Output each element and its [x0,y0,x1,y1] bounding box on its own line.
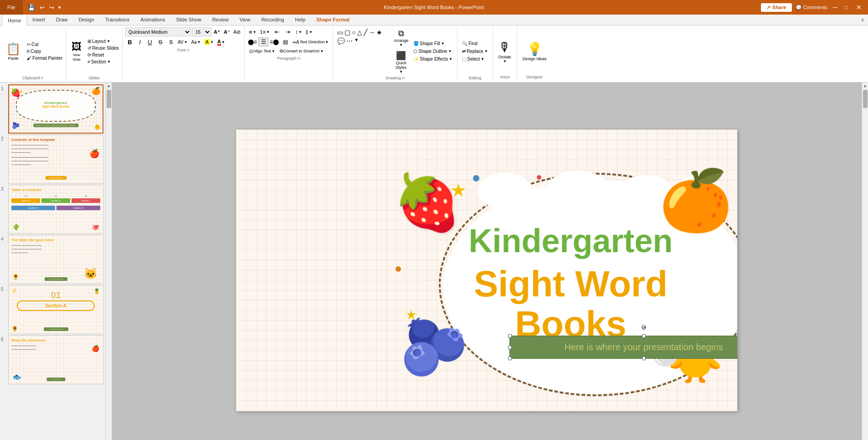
tab-transitions[interactable]: Transitions [100,15,135,25]
shapes-scroll-down-icon[interactable]: ▼ [354,37,359,45]
increase-font-size-button[interactable]: A⁺ [212,27,221,36]
file-tab[interactable]: File [0,0,23,15]
tab-draw[interactable]: Draw [51,15,73,25]
align-center-button[interactable]: ☰ [258,37,268,47]
paragraph-expand-icon[interactable]: ⊓ [298,57,300,61]
undo-icon[interactable]: ↩ [38,3,46,12]
line-spacing-button[interactable]: ↕ ▼ [294,28,303,36]
redo-icon[interactable]: ↪ [48,3,56,12]
design-ideas-button[interactable]: 💡 Design Ideas [521,28,549,75]
maximize-button[interactable]: □ [843,4,850,10]
decrease-indent-button[interactable]: ⇤ [272,27,282,36]
layout-button[interactable]: ⊞ Layout ▼ [86,38,120,44]
quick-styles-button[interactable]: ⬛ Quick Styles ▼ [391,49,411,75]
tab-view[interactable]: View [234,15,256,25]
clipboard-expand-icon[interactable]: ⊓ [41,76,43,80]
vertical-scroll-thumb[interactable] [107,90,111,108]
bullets-button[interactable]: ≡ ▼ [247,28,258,36]
tab-insert[interactable]: Insert [27,15,51,25]
reset-button[interactable]: ⟳ Reset [86,52,120,58]
shape-rounded-icon[interactable]: ▢ [344,28,351,36]
highlight-color-button[interactable]: A ▼ [203,38,215,46]
dictate-button[interactable]: 🎙 Dictate ▼ [497,28,513,75]
strikethrough-button[interactable]: S [155,37,165,47]
shadow-button[interactable]: S [166,37,175,47]
underline-button[interactable]: U [145,37,154,47]
select-button[interactable]: ⬚ Select ▼ [460,56,490,62]
replace-button[interactable]: ⇄ Replace ▼ [460,48,490,55]
increase-indent-button[interactable]: ⇥ [283,27,293,36]
shape-triangle-icon[interactable]: △ [357,28,363,36]
customize-qat-icon[interactable]: ▼ [57,5,62,10]
slide-thumbnail-4[interactable]: 4 The slide title goes here! ━━━━━━━━━━━… [1,235,103,284]
tab-animations[interactable]: Animations [135,15,170,25]
handle-bc[interactable] [642,357,646,360]
arrange-button[interactable]: ⧉ Arrange ▼ [391,27,411,48]
new-slide-button[interactable]: 🖼 NewSlide [68,40,85,62]
font-color-button[interactable]: A ▼ [216,38,226,47]
shapes-more-icon[interactable]: ⋯ [346,37,353,45]
minimize-button[interactable]: ─ [831,4,839,11]
bold-button[interactable]: B [125,37,134,47]
tab-design[interactable]: Design [73,15,100,25]
slide-thumbnail-6[interactable]: 6 Read the sentences 🐟 ━━━━━━━ 🍎 ━━━━━━━… [1,335,103,384]
section-button[interactable]: ≡ Section ▼ [86,59,120,65]
handle-bl[interactable] [508,357,512,360]
ribbon-collapse-btn[interactable]: ∧ [857,15,868,25]
comments-button[interactable]: 💬 Comments [796,5,827,10]
shape-star-icon[interactable]: ★ [376,28,383,36]
columns-button[interactable]: ⫿ ▼ [304,28,314,36]
close-button[interactable]: ✕ [853,4,864,11]
shape-arrow-icon[interactable]: → [368,28,375,36]
handle-ml[interactable] [508,346,512,349]
right-scroll-up-btn[interactable]: ▲ [863,83,867,88]
format-painter-button[interactable]: 🖌 Format Painter [26,55,64,61]
tab-recording[interactable]: Recording [256,15,289,25]
shape-callout-icon[interactable]: 💬 [337,37,345,45]
change-case-button[interactable]: Aa ▼ [190,39,202,46]
shape-rect-icon[interactable]: ▭ [337,28,344,36]
justify-button[interactable]: ▤ [280,37,290,47]
subtitle-textbox[interactable]: ⟳ Here is where your presentation begins [509,336,737,359]
handle-tc[interactable] [642,334,646,338]
shape-outline-button[interactable]: ⬡ Shape Outline ▼ [411,48,454,55]
italic-button[interactable]: I [135,37,144,47]
text-direction-button[interactable]: ⇔A Text Direction ▼ [291,39,330,46]
cut-button[interactable]: ✂ Cut [26,41,64,47]
slide-thumbnail-5[interactable]: 5 01 Section A ━━━━━━━━━━ 🌻 🍍 ⚡ [1,285,103,334]
scroll-up-btn[interactable]: ▲ [107,83,111,88]
tab-home[interactable]: Home [2,15,27,26]
align-right-button[interactable]: ≡⬤ [269,37,279,47]
character-spacing-button[interactable]: AV ▼ [176,39,189,46]
right-vertical-scroll-thumb[interactable] [863,90,868,108]
shape-effects-button[interactable]: ✨ Shape Effects ▼ [411,56,454,62]
slide-thumbnail-2[interactable]: 2 Contents of this template ━━━━━━━━━━━━… [1,135,103,184]
shape-circle-icon[interactable]: ○ [351,28,356,36]
drawing-expand-icon[interactable]: ⊓ [402,76,405,80]
share-button[interactable]: ↗ Share [761,3,792,12]
font-name-select[interactable]: Quicksand Medium [125,27,191,36]
reuse-slides-button[interactable]: ↺ Reuse Slides [86,45,120,51]
tab-help[interactable]: Help [290,15,311,25]
tab-slideshow[interactable]: Slide Show [171,15,207,25]
find-button[interactable]: 🔍 Find [460,40,490,47]
font-expand-icon[interactable]: ⊓ [187,48,190,52]
font-size-select[interactable]: 16 [192,27,211,36]
convert-smartart-button[interactable]: ⧉ Convert to SmartArt ▼ [278,47,325,55]
shape-line-icon[interactable]: ╱ [363,28,368,36]
align-left-button[interactable]: ⬤≡ [247,37,257,47]
numbering-button[interactable]: 1≡ ▼ [259,28,271,36]
tab-review[interactable]: Review [207,15,234,25]
rotate-handle[interactable]: ⟳ [642,325,646,329]
align-text-button[interactable]: ⊡ Align Text ▼ [247,48,277,55]
slide-thumbnail-1[interactable]: 1 Kindergarten Sight Word Books Here is … [1,84,103,134]
decrease-font-size-button[interactable]: A⁻ [222,27,231,36]
save-icon[interactable]: 💾 [26,3,36,12]
tab-shape-format[interactable]: Shape Format [311,15,355,25]
paste-button[interactable]: 📋 Paste [2,41,25,62]
clear-format-button[interactable]: A⊘ [232,27,241,36]
slide-thumbnail-3[interactable]: 3 Table of contents 01 02 05 Section A S… [1,185,103,234]
shape-fill-button[interactable]: 🪣 Shape Fill ▼ [411,40,454,47]
copy-button[interactable]: ⎘ Copy [26,48,64,54]
handle-tl[interactable] [508,334,512,338]
